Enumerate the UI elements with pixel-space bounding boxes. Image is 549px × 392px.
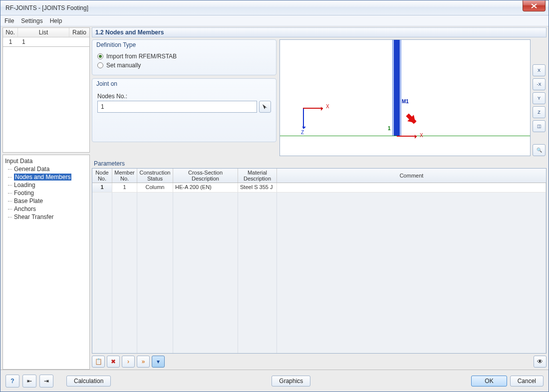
double-chevron-right-icon: » [142,358,145,365]
case-cell-ratio [69,38,89,46]
import-icon: ⇤ [27,378,32,385]
radio-import-icon [97,53,103,59]
radio-import-label: Import from RFEM/RSTAB [106,53,177,60]
filter-button[interactable]: ▾ [152,356,165,368]
ph-material[interactable]: Material Description [238,169,277,183]
view-iso-button[interactable]: ◫ [533,120,546,132]
radio-import[interactable]: Import from RFEM/RSTAB [97,52,271,61]
joint-on-group: Joint on Nodes No.: [92,78,276,142]
node-label: 1 [388,126,391,131]
tree-item-footing[interactable]: Footing [4,189,88,197]
tree-item-base-plate[interactable]: Base Plate [4,197,88,205]
tree-item-loading[interactable]: Loading [4,181,88,189]
tree-item-shear-transfer[interactable]: Shear Transfer [4,213,88,221]
pick-node-button[interactable] [259,101,271,113]
tree-root[interactable]: Input Data [4,157,88,165]
titlebar: RF-JOINTS - [JOINTS Footing] [0,0,549,15]
member-label: M1 [402,99,409,104]
nodes-no-label: Nodes No.: [97,91,271,101]
pc-cross: HE-A 200 (EN) [173,183,238,192]
case-header-no[interactable]: No. [3,28,18,37]
pick-arrow-icon [262,103,269,110]
export-button[interactable]: ⇥ [39,375,53,388]
ph-construction[interactable]: Construction Status [137,169,173,183]
next-button[interactable]: › [122,356,135,368]
menu-help[interactable]: Help [50,17,62,24]
menubar: File Settings Help [0,15,549,26]
parameters-table: Node No. Member No. Construction Status … [92,168,547,354]
view-button[interactable]: 👁 [534,356,547,368]
calculation-button[interactable]: Calculation [66,376,111,387]
clipboard-icon: 📋 [95,358,102,365]
definition-type-title: Definition Type [92,40,276,50]
menu-file[interactable]: File [4,17,14,24]
delete-icon: ✖ [111,358,116,365]
case-row[interactable]: 1 1 [3,37,89,46]
viewport-toolbar: X -X Y Z ◫ 🔍 [533,39,547,156]
axis-x-label: X [326,104,329,109]
pc-node: 1 [92,183,112,192]
parameters-title: Parameters [92,159,547,168]
case-cell-list: 1 [18,38,69,46]
case-header-ratio[interactable]: Ratio [69,28,89,37]
delete-button[interactable]: ✖ [107,356,120,368]
radio-manual-label: Set manually [106,62,141,69]
clipboard-button[interactable]: 📋 [92,356,105,368]
eye-icon: 👁 [537,358,543,365]
case-table: No. List Ratio 1 1 [2,27,90,47]
fast-forward-button[interactable]: » [137,356,150,368]
pc-construction: Column [137,183,173,192]
ph-node[interactable]: Node No. [92,169,112,183]
ph-cross[interactable]: Cross-Section Description [173,169,238,183]
right-pane: 1.2 Nodes and Members Definition Type Im… [92,27,547,370]
parameters-toolbar: 📋 ✖ › » ▾ 👁 [92,354,547,370]
nodes-no-input[interactable] [97,101,257,113]
view-negx-button[interactable]: -X [533,78,546,90]
definition-type-group: Definition Type Import from RFEM/RSTAB S… [92,39,276,75]
pc-material: Steel S 355 J [238,183,277,192]
graphics-button[interactable]: Graphics [272,376,310,387]
radio-manual[interactable]: Set manually [97,61,271,70]
footer: ? ⇤ ⇥ Calculation Graphics OK Cancel [0,370,549,392]
case-cell-no: 1 [3,38,18,46]
export-icon: ⇥ [44,378,49,385]
tree-item-anchors[interactable]: Anchors [4,205,88,213]
tree-item-nodes-members[interactable]: Nodes and Members [4,173,88,181]
view-y-button[interactable]: Y [533,92,546,104]
section-header: 1.2 Nodes and Members [92,27,547,37]
ok-button[interactable]: OK [471,376,507,387]
close-icon [531,3,537,8]
tree-item-general-data[interactable]: General Data [4,165,88,173]
cancel-button[interactable]: Cancel [510,376,544,387]
axis-x-label-2: X [420,133,423,138]
view-zoom-button[interactable]: 🔍 [533,144,546,156]
menu-settings[interactable]: Settings [21,17,42,24]
help-button[interactable]: ? [5,375,19,388]
case-header-list[interactable]: List [18,28,69,37]
left-pane: No. List Ratio 1 1 Input Data General Da… [2,27,90,370]
model-viewport[interactable]: M1 1 X Z X [279,39,531,156]
filter-icon: ▾ [157,358,160,365]
help-icon: ? [10,378,14,385]
joint-on-title: Joint on [92,79,276,89]
import-button[interactable]: ⇤ [22,375,36,388]
app-window: RF-JOINTS - [JOINTS Footing] File Settin… [0,0,549,392]
ph-member[interactable]: Member No. [112,169,137,183]
parameters-row[interactable]: 1 1 Column HE-A 200 (EN) Steel S 355 J [92,183,546,193]
pc-comment [277,183,546,192]
pc-member: 1 [112,183,137,192]
nav-tree: Input Data General Data Nodes and Member… [2,155,90,370]
radio-manual-icon [97,62,103,68]
ph-comment[interactable]: Comment [277,169,546,183]
case-table-body [2,47,90,153]
axis-z-label: Z [301,130,304,135]
chevron-right-icon: › [127,358,129,365]
close-button[interactable] [523,0,546,11]
view-x-button[interactable]: X [533,64,546,76]
view-z-button[interactable]: Z [533,106,546,118]
window-title: RF-JOINTS - [JOINTS Footing] [0,4,523,11]
